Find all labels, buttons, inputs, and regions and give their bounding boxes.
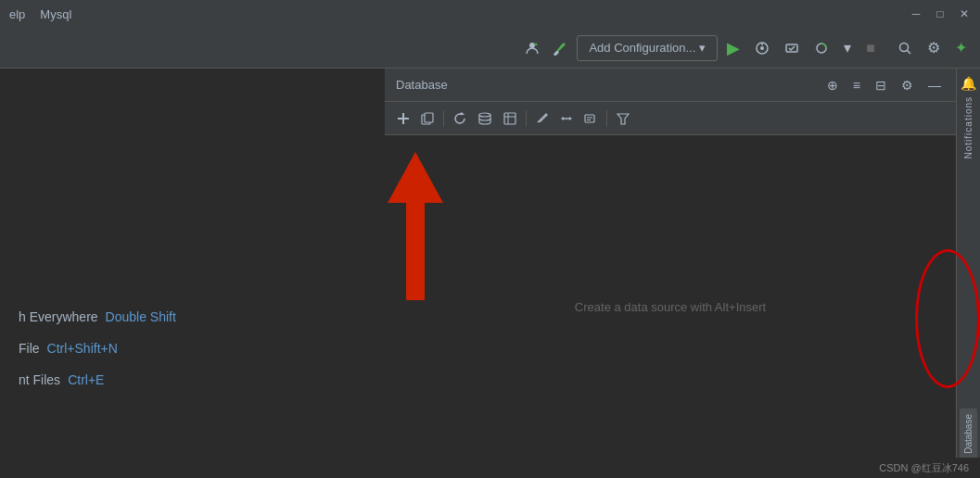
database-panel-header: Database ⊕ ≡ ⊟ ⚙ — <box>385 69 956 102</box>
settings-button[interactable]: ⚙ <box>922 35 946 61</box>
toolbar-left-group <box>519 35 573 61</box>
menu-help[interactable]: elp <box>9 7 25 21</box>
coverage-button[interactable] <box>779 35 805 61</box>
db-tool-label[interactable] <box>579 109 602 128</box>
database-empty-content: Create a data source with Alt+Insert <box>385 135 956 478</box>
debug-button[interactable] <box>749 35 775 61</box>
svg-marker-1 <box>534 43 538 45</box>
svg-marker-23 <box>561 117 564 120</box>
database-minimize-button[interactable]: — <box>924 76 945 94</box>
bell-icon[interactable]: 🔔 <box>961 76 976 91</box>
run-button[interactable]: ▶ <box>721 35 745 61</box>
stop-button[interactable]: ■ <box>860 35 881 61</box>
add-configuration-button[interactable]: Add Configuration... ▾ <box>577 35 718 61</box>
db-tool-edit[interactable] <box>531 109 554 128</box>
shortcut-label-everywhere: h Everywhere <box>19 309 98 324</box>
svg-marker-22 <box>569 117 572 120</box>
database-panel: Database ⊕ ≡ ⊟ ⚙ — <box>385 69 956 478</box>
svg-rect-24 <box>585 115 594 122</box>
database-panel-title: Database <box>396 78 816 92</box>
svg-rect-17 <box>504 113 515 124</box>
svg-marker-27 <box>617 114 629 124</box>
shortcut-label-files: nt Files <box>19 372 60 387</box>
window-controls: ─ □ ✕ <box>910 7 971 20</box>
svg-point-4 <box>760 46 764 50</box>
shortcut-item-everywhere: h Everywhere Double Shift <box>19 309 366 324</box>
db-tool-filter[interactable] <box>612 109 634 128</box>
db-tool-diff[interactable] <box>555 109 578 128</box>
left-panel: h Everywhere Double Shift File Ctrl+Shif… <box>0 69 385 478</box>
database-options-button[interactable]: ≡ <box>849 76 864 94</box>
minimize-button[interactable]: ─ <box>910 7 923 20</box>
db-tool-copy[interactable] <box>416 109 439 128</box>
database-filter-button[interactable]: ⊟ <box>872 76 890 94</box>
title-bar: elp Mysql ─ □ ✕ <box>0 0 980 28</box>
bottom-bar: CSDN @红豆冰746 <box>0 458 980 478</box>
hammer-button[interactable] <box>547 35 573 61</box>
db-tool-table[interactable] <box>499 109 521 128</box>
db-tool-refresh[interactable] <box>449 109 471 128</box>
profile2-button[interactable] <box>808 35 834 61</box>
close-button[interactable]: ✕ <box>958 7 971 20</box>
database-add-button[interactable]: ⊕ <box>823 76 842 94</box>
right-sidebar: 🔔 Notifications Database <box>956 69 980 478</box>
add-config-arrow: ▾ <box>699 41 706 55</box>
main-layout: h Everywhere Double Shift File Ctrl+Shif… <box>0 69 980 478</box>
shortcut-label-file: File <box>19 341 40 356</box>
database-toolbar <box>385 102 956 135</box>
db-tool-sep2 <box>526 110 527 127</box>
svg-point-16 <box>479 113 490 117</box>
main-toolbar: Add Configuration... ▾ ▶ ▾ ■ ⚙ ✦ <box>0 28 980 69</box>
database-sidebar-tab[interactable]: Database <box>960 409 977 459</box>
maximize-button[interactable]: □ <box>934 7 947 20</box>
db-tool-sep1 <box>443 110 444 127</box>
title-bar-left: elp Mysql <box>9 7 71 21</box>
notifications-tab[interactable]: Notifications <box>963 91 974 164</box>
svg-point-8 <box>900 43 909 51</box>
db-tool-add[interactable] <box>392 109 414 128</box>
database-empty-hint: Create a data source with Alt+Insert <box>575 300 766 314</box>
db-tool-sep3 <box>606 110 607 127</box>
shortcut-item-file: File Ctrl+Shift+N <box>19 341 366 356</box>
menu-mysql[interactable]: Mysql <box>40 7 71 21</box>
shortcut-key-files: Ctrl+E <box>68 372 104 387</box>
db-tool-schema[interactable] <box>473 109 497 128</box>
svg-rect-14 <box>425 113 433 122</box>
add-config-label: Add Configuration... <box>589 41 695 55</box>
dropdown-arrow-button[interactable]: ▾ <box>838 35 857 61</box>
jetbrains-button[interactable]: ✦ <box>949 35 973 61</box>
search-button[interactable] <box>892 35 918 61</box>
database-settings-button[interactable]: ⚙ <box>897 76 917 94</box>
shortcut-item-files: nt Files Ctrl+E <box>19 372 366 387</box>
shortcut-list: h Everywhere Double Shift File Ctrl+Shif… <box>0 309 385 404</box>
bottom-credit: CSDN @红豆冰746 <box>879 461 969 475</box>
profile-button[interactable] <box>519 35 545 61</box>
svg-line-9 <box>908 50 911 54</box>
shortcut-key-file: Ctrl+Shift+N <box>47 341 118 356</box>
shortcut-key-everywhere: Double Shift <box>106 309 176 324</box>
